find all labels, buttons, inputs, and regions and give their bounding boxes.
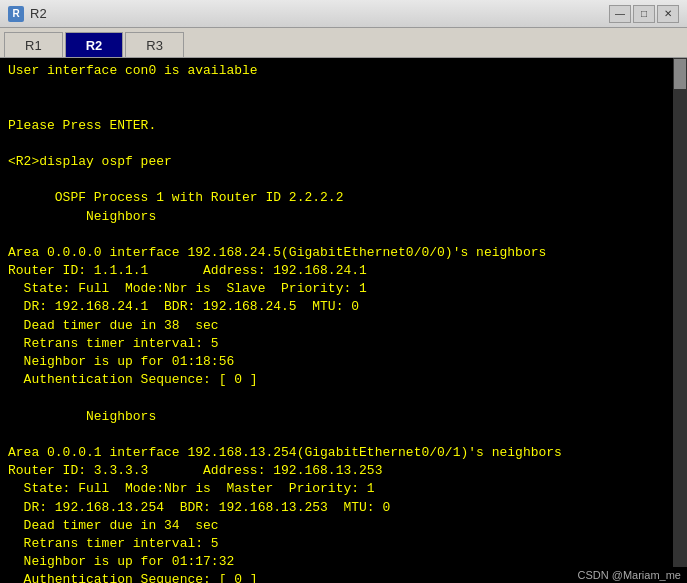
app-icon: R <box>8 6 24 22</box>
tab-r2[interactable]: R2 <box>65 32 124 57</box>
scrollbar-thumb[interactable] <box>674 59 686 89</box>
close-button[interactable]: ✕ <box>657 5 679 23</box>
scrollbar[interactable] <box>673 58 687 583</box>
maximize-button[interactable]: □ <box>633 5 655 23</box>
title-bar: R R2 — □ ✕ <box>0 0 687 28</box>
title-bar-text: R2 <box>30 6 609 21</box>
terminal-content[interactable]: User interface con0 is available Please … <box>0 58 673 583</box>
tab-bar: R1 R2 R3 <box>0 28 687 58</box>
terminal-output: User interface con0 is available Please … <box>8 62 665 583</box>
tab-r1[interactable]: R1 <box>4 32 63 57</box>
minimize-button[interactable]: — <box>609 5 631 23</box>
status-bar: CSDN @Mariam_me <box>572 567 687 583</box>
terminal-container: User interface con0 is available Please … <box>0 58 687 583</box>
window-controls: — □ ✕ <box>609 5 679 23</box>
tab-r3[interactable]: R3 <box>125 32 184 57</box>
